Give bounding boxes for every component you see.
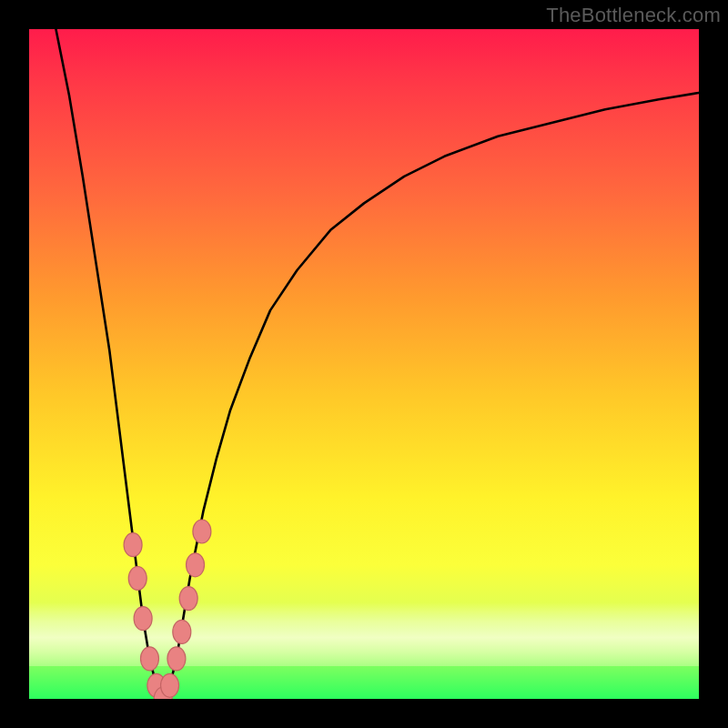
marker-group [124, 520, 211, 699]
chart-svg [29, 29, 699, 699]
chart-frame: TheBottleneck.com [0, 0, 728, 728]
highlight-band [29, 602, 699, 666]
marker-point [187, 553, 205, 577]
marker-point [167, 647, 186, 671]
bottleneck-curve [56, 29, 699, 699]
marker-point [154, 687, 172, 699]
marker-point [140, 647, 158, 671]
marker-point [128, 567, 147, 591]
marker-point [179, 587, 197, 611]
marker-point [161, 673, 179, 697]
marker-point [147, 673, 166, 697]
marker-point [134, 607, 152, 631]
marker-point [124, 533, 142, 557]
marker-point [193, 520, 211, 543]
marker-point [173, 620, 191, 643]
chart-plot-area [29, 29, 699, 699]
watermark-text: TheBottleneck.com [546, 4, 721, 27]
